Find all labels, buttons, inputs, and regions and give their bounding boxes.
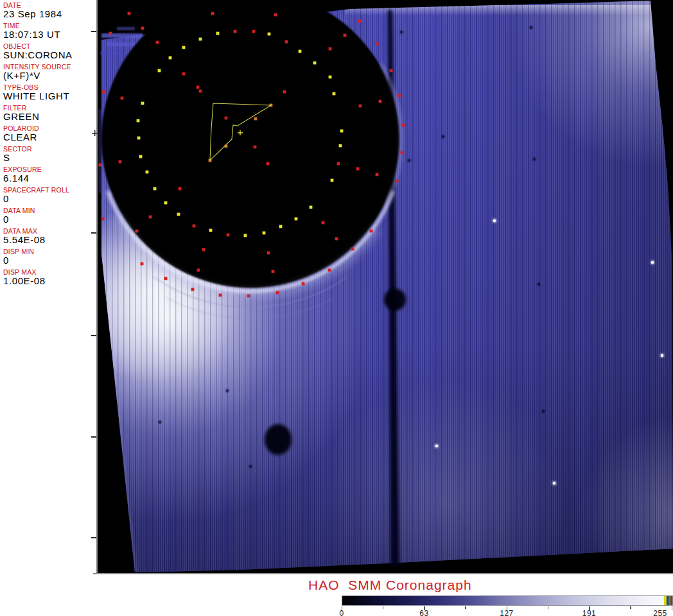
field-value: 1.00E-08 xyxy=(3,276,96,286)
metadata-field-exposure: EXPOSURE6.144 xyxy=(3,166,96,184)
field-value: SUN:CORONA xyxy=(3,50,96,60)
field-value: 6.144 xyxy=(3,173,96,184)
field-label: SECTOR xyxy=(3,145,96,153)
metadata-field-data-max: DATA MAX5.54E-08 xyxy=(3,227,96,245)
left-tick-plus xyxy=(92,130,98,136)
metadata-field-polaroid: POLAROIDCLEAR xyxy=(3,124,96,142)
left-tick xyxy=(91,31,96,32)
left-tick xyxy=(91,335,96,336)
coronagraph-image-area xyxy=(98,0,673,573)
colorbar-end-stripe xyxy=(669,596,670,605)
field-value: 0 xyxy=(3,194,96,204)
colorbar-minor-tick xyxy=(548,606,549,609)
smm-coronagraph-viewer: DATE23 Sep 1984TIME18:07:13 UTOBJECTSUN:… xyxy=(0,0,673,616)
metadata-field-date: DATE23 Sep 1984 xyxy=(3,1,96,19)
metadata-field-type-obs: TYPE-OBSWHITE LIGHT xyxy=(3,83,96,101)
metadata-field-filter: FILTERGREEN xyxy=(3,104,96,122)
metadata-field-object: OBJECTSUN:CORONA xyxy=(3,42,96,60)
field-value: GREEN xyxy=(3,112,96,122)
field-label: DISP MIN xyxy=(3,248,96,255)
field-label: SPACECRAFT ROLL xyxy=(3,186,96,194)
colorbar-end-stripe xyxy=(670,596,673,605)
occulting-disk xyxy=(101,0,399,288)
colorbar-minor-tick xyxy=(465,606,466,609)
frame-horizontal-line xyxy=(93,573,673,574)
colorbar-minor-tick xyxy=(630,606,631,609)
colorbar-end-stripe xyxy=(664,596,667,605)
colorbar-major-tick xyxy=(672,606,673,610)
metadata-field-time: TIME18:07:13 UT xyxy=(3,22,96,40)
metadata-field-sector: SECTORS xyxy=(3,145,96,163)
left-tick xyxy=(91,436,96,438)
field-value: CLEAR xyxy=(3,132,96,142)
metadata-fields: DATE23 Sep 1984TIME18:07:13 UTOBJECTSUN:… xyxy=(3,1,96,286)
image-title: HAO SMM Coronagraph xyxy=(308,578,472,593)
colorbar-tick-label: 255 xyxy=(649,609,671,616)
field-value: WHITE LIGHT xyxy=(3,91,96,101)
metadata-field-data-min: DATA MIN0 xyxy=(3,207,96,225)
field-value: (K+F)*V xyxy=(3,71,96,81)
colorbar-tick-label: 0 xyxy=(331,609,353,616)
field-value: 0 xyxy=(3,255,96,266)
metadata-field-disp-min: DISP MIN0 xyxy=(3,248,96,266)
field-value: 18:07:13 UT xyxy=(3,30,96,40)
field-value: 0 xyxy=(3,214,96,225)
footer-panel: HAO SMM Coronagraph 063127191255 xyxy=(0,576,673,616)
left-tick xyxy=(91,537,96,538)
field-value: S xyxy=(3,153,96,163)
colorbar-minor-tick xyxy=(383,606,384,609)
colorbar-end-stripe xyxy=(667,596,669,605)
coronagraph-image xyxy=(98,0,673,573)
colorbar-tick-label: 63 xyxy=(414,609,435,616)
metadata-field-spacecraft-roll: SPACECRAFT ROLL0 xyxy=(3,186,96,204)
left-tick xyxy=(91,232,96,234)
field-value: 23 Sep 1984 xyxy=(3,9,96,19)
metadata-sidebar: DATE23 Sep 1984TIME18:07:13 UTOBJECTSUN:… xyxy=(0,0,96,574)
colorbar-tick-label: 191 xyxy=(579,609,600,616)
field-label: DATA MIN xyxy=(3,207,96,214)
metadata-field-intensity-source: INTENSITY SOURCE(K+F)*V xyxy=(3,63,96,81)
field-value: 5.54E-08 xyxy=(3,235,96,245)
colorbar xyxy=(342,595,673,606)
colorbar-tick-label: 127 xyxy=(496,609,518,616)
metadata-field-disp-max: DISP MAX1.00E-08 xyxy=(3,268,96,286)
